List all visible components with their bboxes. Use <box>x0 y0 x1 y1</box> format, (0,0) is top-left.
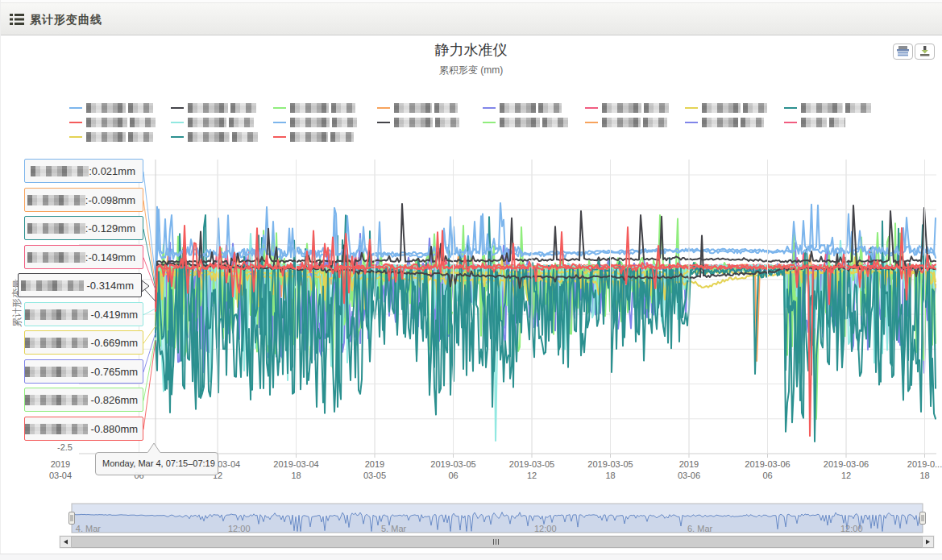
svg-text:2019: 2019 <box>365 459 384 469</box>
svg-text:12:00: 12:00 <box>228 524 251 533</box>
svg-text:2019-03-04: 2019-03-04 <box>273 459 318 469</box>
svg-text:06: 06 <box>448 471 458 480</box>
svg-text:03-06: 03-06 <box>678 471 700 480</box>
svg-text:5. Mar: 5. Mar <box>381 524 407 533</box>
svg-text:03-04: 03-04 <box>49 471 72 480</box>
svg-text:18: 18 <box>605 471 615 480</box>
svg-text:2019-03-05: 2019-03-05 <box>587 459 633 469</box>
svg-text:12: 12 <box>527 471 537 480</box>
svg-text:2019-03-06: 2019-03-06 <box>824 459 869 469</box>
svg-text:-2.5: -2.5 <box>57 442 73 452</box>
svg-text:2019-03-05: 2019-03-05 <box>509 459 554 469</box>
svg-text:12:00: 12:00 <box>840 524 863 533</box>
svg-text:12:00: 12:00 <box>534 524 557 533</box>
svg-text:18: 18 <box>919 471 929 480</box>
svg-text:12: 12 <box>841 471 851 480</box>
svg-text:2019-03-05: 2019-03-05 <box>430 459 475 469</box>
svg-text:03-05: 03-05 <box>363 471 386 480</box>
svg-text:4. Mar: 4. Mar <box>76 524 102 533</box>
svg-text:6. Mar: 6. Mar <box>687 524 713 533</box>
svg-text:2019: 2019 <box>51 459 70 469</box>
svg-text:2019: 2019 <box>679 459 699 469</box>
svg-text:06: 06 <box>762 471 772 480</box>
svg-text:2019-03-06: 2019-03-06 <box>745 459 790 469</box>
svg-text:2019-0...: 2019-0... <box>907 459 942 469</box>
svg-text:18: 18 <box>291 471 301 480</box>
